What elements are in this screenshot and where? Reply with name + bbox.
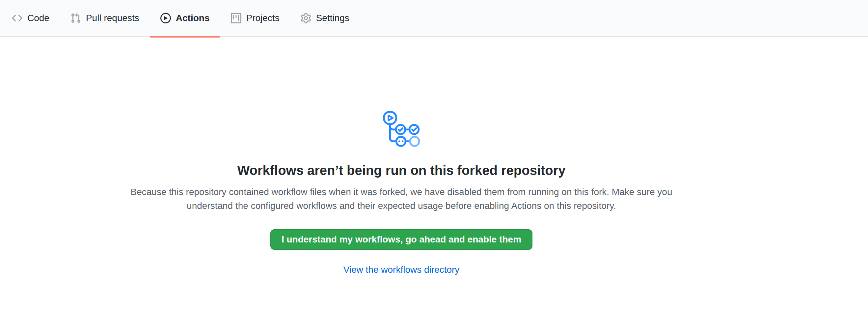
tab-code-label: Code [27, 13, 50, 23]
tab-projects-label: Projects [246, 13, 280, 23]
tab-pull-requests[interactable]: Pull requests [60, 0, 150, 36]
play-circle-icon [160, 13, 171, 23]
actions-blankslate: Workflows aren’t being run on this forke… [0, 37, 803, 277]
project-board-icon [231, 13, 241, 23]
git-pull-request-icon [70, 13, 81, 23]
tab-actions[interactable]: Actions [150, 0, 220, 36]
enable-workflows-button[interactable]: I understand my workflows, go ahead and … [270, 229, 532, 250]
tab-actions-label: Actions [176, 13, 210, 23]
blankslate-title: Workflows aren’t being run on this forke… [237, 162, 565, 179]
tab-pull-requests-label: Pull requests [86, 13, 139, 23]
workflow-graph-icon [383, 111, 420, 147]
tab-code[interactable]: Code [1, 0, 60, 36]
tab-projects[interactable]: Projects [220, 0, 290, 36]
blankslate-description: Because this repository contained workfl… [125, 185, 678, 213]
tab-settings[interactable]: Settings [290, 0, 360, 36]
code-icon [12, 13, 22, 23]
tab-settings-label: Settings [316, 13, 349, 23]
gear-icon [301, 13, 311, 23]
view-workflows-directory-link[interactable]: View the workflows directory [343, 263, 460, 277]
repo-tab-nav: Code Pull requests Actions Projects Sett… [0, 0, 868, 37]
